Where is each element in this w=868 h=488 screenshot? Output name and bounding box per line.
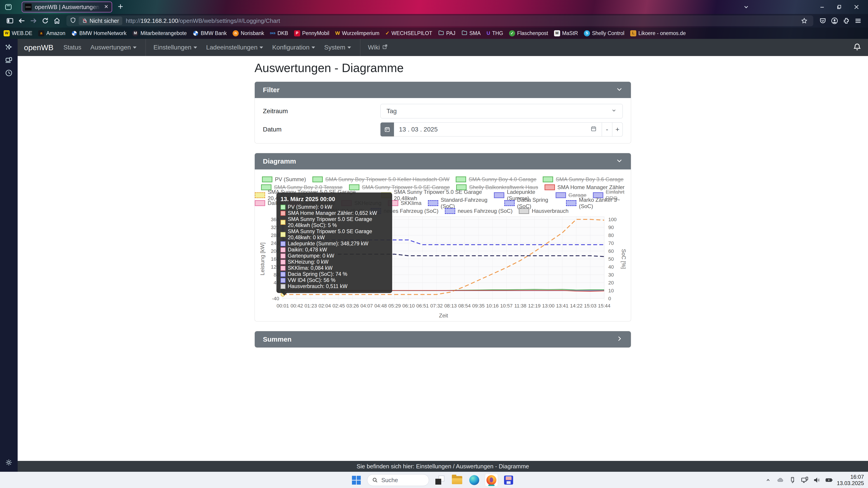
tab-favicon xyxy=(25,4,32,10)
sidebar-settings-gear-icon[interactable] xyxy=(3,457,15,468)
usb-device-icon[interactable] xyxy=(788,475,797,485)
tooltip-swatch xyxy=(281,211,285,216)
firefox-view-icon[interactable] xyxy=(3,2,13,12)
nav-item-wiki[interactable]: Wiki xyxy=(368,44,388,51)
legend-item[interactable]: Marko Zänker 3~ (SoC) xyxy=(566,197,631,209)
diagramm-card-header[interactable]: Diagramm xyxy=(255,153,631,169)
bookmark-item[interactable]: nNorisbank xyxy=(232,30,264,36)
zeitraum-select[interactable]: Tag xyxy=(380,104,623,119)
bookmark-item[interactable]: DKBDKB xyxy=(270,30,288,36)
calendar-picker-icon[interactable] xyxy=(590,126,597,133)
save-app-button[interactable] xyxy=(502,474,515,486)
file-explorer-button[interactable] xyxy=(451,474,463,486)
pocket-icon[interactable] xyxy=(817,15,829,26)
bookmark-item[interactable]: PPennyMobil xyxy=(294,30,329,36)
nav-item-ladeeinstellungen[interactable]: Ladeeinstellungen xyxy=(206,44,263,51)
right-axis-title: SoC [%] xyxy=(621,249,627,269)
tooltip-swatch xyxy=(281,272,285,277)
sidebar-toggle-icon[interactable] xyxy=(4,15,16,26)
menu-hamburger-icon[interactable] xyxy=(852,15,864,26)
tab-close-icon[interactable] xyxy=(103,4,109,10)
filter-card-header[interactable]: Filter xyxy=(255,82,631,98)
legend-item[interactable]: SMA Sunny Boy 3.6 Garage xyxy=(543,176,623,183)
tab-list-chevron-icon[interactable] xyxy=(739,2,754,12)
bookmark-item[interactable]: BMW Bank xyxy=(193,30,227,36)
nav-item-auswertungen[interactable]: Auswertungen xyxy=(90,44,136,51)
date-input[interactable]: 13 . 03 . 2025 xyxy=(394,123,602,136)
legend-item[interactable]: SKKlima xyxy=(388,200,422,206)
date-minus-button[interactable]: - xyxy=(602,123,612,136)
bookmark-star-icon[interactable] xyxy=(798,15,810,26)
date-plus-button[interactable]: + xyxy=(612,123,623,136)
bookmark-item[interactable]: WWurzelimperium xyxy=(335,30,379,36)
bookmark-label: SMA xyxy=(469,30,481,36)
task-view-button[interactable] xyxy=(434,474,446,486)
account-icon[interactable] xyxy=(829,15,840,26)
synced-tabs-icon[interactable] xyxy=(3,55,15,66)
battery-charging-icon[interactable] xyxy=(825,475,834,485)
home-icon[interactable] xyxy=(51,15,63,26)
forward-icon[interactable] xyxy=(28,15,39,26)
bookmark-item[interactable]: PAJ xyxy=(438,30,455,37)
minimize-button[interactable] xyxy=(815,2,830,12)
back-icon[interactable] xyxy=(16,15,28,26)
nav-item-system[interactable]: System xyxy=(324,44,351,51)
legend-item[interactable]: neues Fahrzeug (SoC) xyxy=(445,208,513,214)
openwb-navbar: openWB StatusAuswertungenEinstellungenLa… xyxy=(18,39,868,56)
chevron-down-icon xyxy=(259,46,263,48)
ai-chatbot-icon[interactable] xyxy=(3,42,15,53)
security-badge[interactable]: Nicht sicher xyxy=(79,17,122,25)
maximize-button[interactable] xyxy=(832,2,847,12)
legend-item[interactable]: PV (Summe) xyxy=(262,176,306,183)
tooltip-row: Dacia Spring (SoC): 74 % xyxy=(281,271,388,277)
onedrive-cloud-icon[interactable] xyxy=(776,475,785,485)
bookmark-item[interactable]: aAmazon xyxy=(38,30,65,36)
legend-item[interactable]: Hausverbrauch xyxy=(519,208,568,214)
tooltip-row: Gartenpumpe: 0 kW xyxy=(281,253,388,259)
new-tab-button[interactable] xyxy=(117,3,124,11)
tooltip-value: SMA Sunny Tripower 5.0 SE Garage 20,48kw… xyxy=(288,228,388,240)
bookmark-item[interactable]: MMaStR xyxy=(554,30,578,36)
chart-area[interactable]: PV (Summe)SMA Sunny Boy Tripower 5.0 Kel… xyxy=(255,169,631,321)
taskbar-clock[interactable]: 16:07 13.03.2025 xyxy=(837,474,866,486)
notifications-bell-icon[interactable] xyxy=(852,42,862,53)
volume-icon[interactable] xyxy=(812,475,822,485)
firefox-button[interactable] xyxy=(485,474,498,486)
nav-item-einstellungen[interactable]: Einstellungen xyxy=(153,44,197,51)
edge-button[interactable] xyxy=(468,474,480,486)
close-button[interactable] xyxy=(849,2,864,12)
tracking-shield-icon[interactable] xyxy=(70,17,76,25)
filter-header-label: Filter xyxy=(263,86,279,94)
url-bar[interactable]: Nicht sicher http://192.168.2.100/openWB… xyxy=(66,15,813,26)
bookmark-item[interactable]: MMitarbeiterangebote xyxy=(132,30,187,36)
favicon: a xyxy=(38,30,44,36)
bookmark-label: Flaschenpost xyxy=(517,30,548,36)
browser-tab[interactable]: openWB | Auswertungen - Diagramme xyxy=(22,2,112,12)
history-clock-icon[interactable] xyxy=(3,67,15,78)
extensions-puzzle-icon[interactable] xyxy=(840,15,852,26)
bookmark-item[interactable]: LLikoere - onemos.de xyxy=(630,30,686,36)
legend-item[interactable]: SMA Sunny Boy 4.0 Garage xyxy=(456,176,536,183)
nav-item-konfiguration[interactable]: Konfiguration xyxy=(272,44,315,51)
bookmark-item[interactable]: WWEB.DE xyxy=(4,30,32,36)
openwb-brand[interactable]: openWB xyxy=(24,43,53,52)
x-axis-tick: 13:00 xyxy=(542,303,555,308)
legend-swatch xyxy=(255,200,265,206)
nav-item-status[interactable]: Status xyxy=(63,44,81,51)
start-button[interactable] xyxy=(350,474,363,486)
x-axis-tick: 12:19 xyxy=(528,303,540,308)
page-title: Auswertungen - Diagramme xyxy=(254,61,631,75)
bookmark-item[interactable]: SShelly Control xyxy=(584,30,624,36)
bookmark-item[interactable]: UTHG xyxy=(487,30,503,36)
network-display-icon[interactable] xyxy=(800,475,809,485)
bookmark-item[interactable]: BMW HomeNetwork xyxy=(71,30,126,36)
bookmark-item[interactable]: ✓WECHSELPILOT xyxy=(385,30,432,36)
reload-icon[interactable] xyxy=(39,15,51,26)
taskbar-search[interactable]: Suche xyxy=(367,474,429,486)
tray-chevron-up-icon[interactable] xyxy=(764,475,773,485)
bookmark-item[interactable]: ✓Flaschenpost xyxy=(509,30,548,36)
legend-item[interactable]: SMA Sunny Boy Tripower 5.0 Keller Hausda… xyxy=(312,176,450,183)
bookmark-item[interactable]: SMA xyxy=(461,30,481,37)
tooltip-value: SKKlima: 0,084 kW xyxy=(288,265,333,271)
summen-card-header[interactable]: Summen xyxy=(255,331,631,348)
